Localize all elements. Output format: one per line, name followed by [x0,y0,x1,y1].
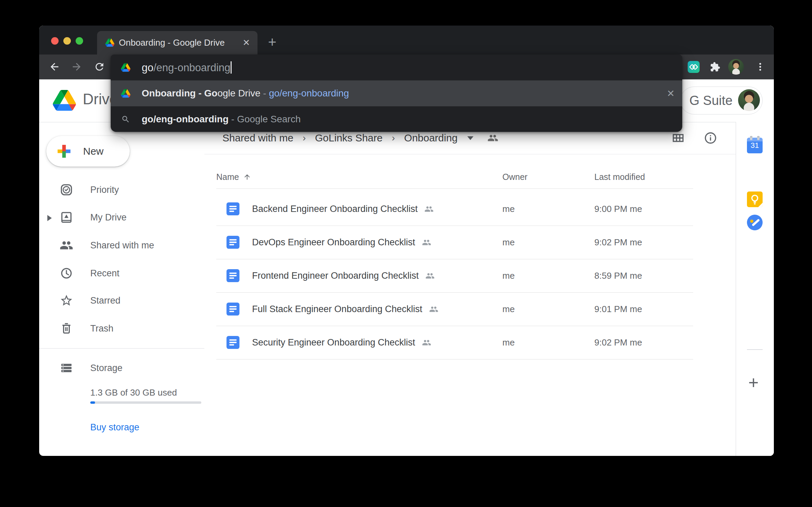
file-last-modified: 9:01 PM me [594,293,642,326]
browser-tab[interactable]: Onboarding - Google Drive ✕ [97,31,257,55]
tasks-icon[interactable] [747,215,763,230]
new-tab-button[interactable]: + [268,35,277,49]
file-last-modified: 9:00 PM me [594,193,642,226]
file-list: Backend Engineer Onboarding Checklist me… [216,193,693,359]
file-name[interactable]: Backend Engineer Onboarding Checklist [252,204,418,214]
storage-progress-fill [90,401,95,404]
new-button[interactable]: New [46,136,130,167]
browser-menu-icon[interactable] [755,62,765,72]
file-row[interactable]: Full Stack Engineer Onboarding Checklist… [216,293,693,326]
column-header-modified[interactable]: Last modified [594,172,645,182]
folder-shared-icon [487,133,498,143]
back-icon [49,61,60,73]
file-row[interactable]: Frontend Engineer Onboarding Checklist m… [216,259,693,293]
sidebar-item-storage[interactable]: Storage [39,356,204,380]
trash-icon [60,322,73,335]
file-name[interactable]: Frontend Engineer Onboarding Checklist [252,271,419,281]
sidebar-item-priority[interactable]: Priority [39,178,204,202]
forward-icon [71,61,82,73]
minimize-window-button[interactable] [63,37,71,45]
sidebar-item-recent[interactable]: Recent [39,261,204,285]
url-input[interactable]: go/eng-onboarding [142,61,232,74]
file-shared-icon [424,204,434,214]
sidebar-item-label: My Drive [90,212,127,223]
storage-usage-text: 1.3 GB of 30 GB used [90,387,177,398]
extensions-puzzle-icon[interactable] [710,62,720,72]
breadcrumb-golinks-share[interactable]: GoLinks Share [315,132,382,144]
file-last-modified: 9:02 PM me [594,226,642,259]
folder-menu-caret-icon[interactable] [467,136,473,140]
priority-icon [60,183,73,197]
column-header-name[interactable]: Name [216,172,251,182]
google-doc-icon [227,303,239,316]
google-doc-icon [227,336,239,349]
new-button-label: New [83,145,104,157]
desktop-background: { "browser": { "tab_title": "Onboarding … [0,0,812,507]
add-addon-button[interactable]: + [748,372,759,393]
sort-ascending-icon [243,173,251,181]
file-row[interactable]: DevOps Engineer Onboarding Checklist me … [216,226,693,259]
file-row[interactable]: Backend Engineer Onboarding Checklist me… [216,193,693,226]
info-icon[interactable] [704,131,717,145]
gsuite-label: G Suite [689,93,733,108]
forward-button[interactable] [70,60,83,73]
drive-favicon [105,39,114,47]
grid-view-icon[interactable] [671,131,685,145]
tab-close-icon[interactable]: ✕ [243,31,250,55]
my-drive-icon [60,211,73,224]
sidebar-item-label: Priority [90,185,119,195]
storage-progress-bar [90,401,201,404]
file-shared-icon [422,338,431,347]
file-row[interactable]: Security Engineer Onboarding Checklist m… [216,326,693,359]
column-header-owner[interactable]: Owner [502,172,528,182]
zoom-window-button[interactable] [76,37,83,45]
suggestion-text: go/eng-onboarding - Google Search [142,114,301,125]
tab-bar: Onboarding - Google Drive ✕ + [39,26,774,55]
storage-icon [60,361,73,375]
breadcrumb-separator-icon: › [392,133,395,143]
file-last-modified: 9:02 PM me [594,326,642,359]
breadcrumb-separator-icon: › [302,133,306,143]
browser-profile-avatar[interactable] [728,59,744,75]
remove-suggestion-icon[interactable]: ✕ [667,80,675,106]
calendar-icon[interactable]: 31 [747,138,763,153]
url-input-row[interactable]: go/eng-onboarding [111,55,682,80]
starred-icon [60,294,73,307]
file-name[interactable]: Security Engineer Onboarding Checklist [252,337,415,348]
tab-title: Onboarding - Google Drive [119,37,225,48]
buy-storage-link[interactable]: Buy storage [90,422,139,433]
file-owner: me [502,259,515,292]
breadcrumb-onboarding[interactable]: Onboarding [404,132,458,144]
reload-button[interactable] [93,60,106,73]
expand-caret-icon[interactable] [47,215,52,221]
sidebar-item-starred[interactable]: Starred [39,289,204,312]
suggestion-google-search[interactable]: go/eng-onboarding - Google Search [111,106,682,132]
keep-icon[interactable] [747,191,763,207]
suggestion-drive-result[interactable]: Onboarding - Google Drive - go/eng-onboa… [111,80,682,106]
sidebar-item-label: Trash [90,323,113,334]
sidebar-item-my-drive[interactable]: My Drive [39,205,204,229]
suggestion-text: Onboarding - Google Drive - go/eng-onboa… [142,88,349,99]
file-name[interactable]: Full Stack Engineer Onboarding Checklist [252,304,422,314]
sidebar-item-label: Storage [90,363,123,373]
breadcrumb-shared-with-me[interactable]: Shared with me [222,132,293,144]
search-icon [121,115,130,124]
gsuite-badge[interactable]: G Suite [680,87,763,114]
file-shared-icon [429,305,438,314]
google-doc-icon [227,236,239,249]
file-owner: me [502,293,515,326]
close-window-button[interactable] [51,37,59,45]
account-avatar[interactable] [738,89,760,111]
file-shared-icon [425,271,435,280]
shared-with-me-icon [60,239,73,252]
sidebar-item-label: Shared with me [90,240,154,251]
file-shared-icon [422,238,431,247]
sidebar-item-trash[interactable]: Trash [39,317,204,340]
golinks-extension-icon[interactable] [688,61,700,73]
back-button[interactable] [48,60,61,73]
file-table-header: Name Owner Last modified [216,168,693,189]
text-cursor [231,61,232,74]
sidebar-item-shared-with-me[interactable]: Shared with me [39,233,204,257]
sidebar-item-label: Recent [90,268,120,279]
file-name[interactable]: DevOps Engineer Onboarding Checklist [252,237,415,248]
